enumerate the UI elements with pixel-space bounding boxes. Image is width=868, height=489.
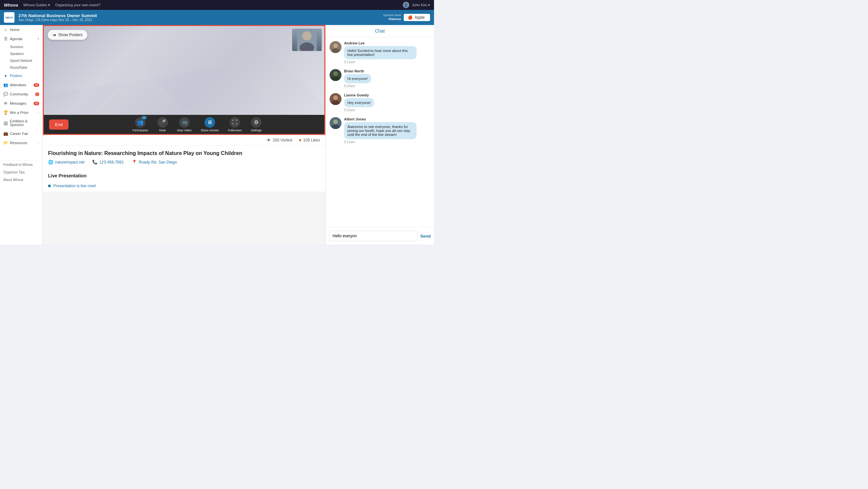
community-badge: 3 bbox=[35, 93, 39, 96]
sidebar-item-resources[interactable]: 📁 Resources › bbox=[0, 138, 42, 148]
sidebar-sub-sessions[interactable]: Sessions bbox=[0, 43, 42, 50]
sidebar-feedback-link[interactable]: Feedback to Whova bbox=[0, 161, 42, 168]
prize-icon: 🏆 bbox=[3, 110, 8, 115]
chat-message-3: Lianne Gowdy Hey everyone! 9:32am bbox=[330, 93, 430, 112]
share-screen-button[interactable]: 🖥 Share Screen bbox=[196, 116, 223, 133]
resources-icon: 📁 bbox=[3, 140, 8, 145]
sidebar-item-community[interactable]: 💬 Community 3 bbox=[0, 90, 42, 99]
sidebar-item-agenda[interactable]: ☰ Agenda ▾ bbox=[0, 34, 42, 43]
sponsor-logo[interactable]: 🍎 Apple bbox=[404, 14, 430, 21]
pip-person-avatar bbox=[292, 29, 322, 51]
stats-row: 👁 200 Visited ♥ 109 Likes bbox=[43, 135, 326, 146]
chat-avatar-albert bbox=[330, 117, 341, 129]
sidebar-item-career-fair[interactable]: 💼 Career Fair bbox=[0, 129, 42, 138]
send-message-button[interactable]: Send bbox=[420, 234, 431, 238]
whova-logo: Whova bbox=[4, 3, 18, 7]
chat-time-brian: 9:30am bbox=[344, 84, 430, 88]
sidebar: ⌂ Home ☰ Agenda ▾ Sessions Speakers Spee… bbox=[0, 25, 43, 244]
live-indicator: Presentation is live now! bbox=[43, 180, 326, 192]
heart-icon: ♥ bbox=[299, 137, 301, 143]
sidebar-sub-roundtable[interactable]: RoundTable bbox=[0, 64, 42, 71]
chat-msg-body-lianne: Lianne Gowdy Hey everyone! 9:32am bbox=[344, 93, 430, 112]
messages-badge: 49 bbox=[34, 102, 39, 105]
fullscreen-icon: ⛶ bbox=[232, 120, 238, 125]
visited-stat: 👁 200 Visited bbox=[267, 137, 292, 143]
messages-icon: ✉ bbox=[3, 101, 8, 106]
chat-message-2: Brian North Hi everyone! 9:30am bbox=[330, 69, 430, 88]
chat-bubble-andrew: Hello! Excited to hear more about this l… bbox=[344, 46, 416, 59]
sidebar-item-attendees[interactable]: 👥 Attendees 36 bbox=[0, 80, 42, 90]
poster-title: Flourishing in Nature: Researching Impac… bbox=[48, 151, 320, 156]
video-container: ➜ Show Posters End 👥 12 bbox=[43, 25, 326, 135]
svg-point-14 bbox=[333, 95, 338, 100]
sidebar-item-win-prize[interactable]: 🏆 Win a Prize › bbox=[0, 108, 42, 117]
participants-count-badge: 12 bbox=[141, 116, 147, 120]
sidebar-sub-speakers[interactable]: Speakers bbox=[0, 50, 42, 57]
chat-msg-body-andrew: Andrew Lee Hello! Excited to hear more a… bbox=[344, 41, 430, 64]
sidebar-bottom: Feedback to Whova Organizer Tips About W… bbox=[0, 161, 42, 184]
video-camera-icon: 📹 bbox=[181, 119, 188, 125]
agenda-icon: ☰ bbox=[3, 36, 8, 41]
user-avatar-small: 👤 bbox=[403, 2, 409, 8]
poster-website-link[interactable]: 🌐 natureimpact.net bbox=[48, 160, 84, 165]
chat-bubble-lianne: Hey everyone! bbox=[344, 98, 374, 107]
fullscreen-button[interactable]: ⛶ Fullscreen bbox=[224, 116, 246, 133]
end-call-button[interactable]: End bbox=[49, 120, 68, 130]
whova-guides-link[interactable]: Whova Guides ▾ bbox=[23, 3, 50, 7]
organizing-link[interactable]: Organizing your own event? bbox=[55, 3, 100, 7]
sidebar-item-messages[interactable]: ✉ Messages 49 bbox=[0, 99, 42, 108]
chat-avatar-lianne bbox=[330, 93, 341, 105]
apple-icon: 🍎 bbox=[408, 15, 412, 20]
chat-time-albert: 9:11am bbox=[344, 140, 430, 144]
chat-bubble-brian: Hi everyone! bbox=[344, 74, 371, 83]
mute-button[interactable]: 🎤 Mute bbox=[153, 116, 172, 133]
exhibitors-icon: 🏢 bbox=[3, 121, 8, 125]
sponsor-level: Sponsor level Platinum bbox=[383, 13, 401, 21]
share-screen-icon: 🖥 bbox=[207, 120, 212, 125]
sidebar-item-exhibitors[interactable]: 🏢 Exhibitors & Sponsors › bbox=[0, 117, 42, 129]
stop-video-button[interactable]: 📹 Stop Video bbox=[173, 116, 195, 133]
video-pip bbox=[292, 29, 322, 51]
video-controls-group: 👥 12 Participants 🎤 Mute bbox=[75, 116, 319, 133]
home-icon: ⌂ bbox=[3, 27, 8, 32]
career-icon: 💼 bbox=[3, 131, 8, 136]
event-subtitle: San Diego, CA (View map) Nov 29 – Dec 29… bbox=[19, 18, 379, 22]
poster-location-link[interactable]: 📍 Roady Rd, San Diego bbox=[132, 160, 177, 165]
chat-msg-body-albert: Albert Jones Awesome to see everyone, th… bbox=[344, 117, 430, 144]
video-main: ➜ Show Posters bbox=[44, 26, 324, 115]
content-area: ➜ Show Posters End 👥 12 bbox=[43, 25, 326, 244]
likes-stat[interactable]: ♥ 109 Likes bbox=[299, 137, 320, 143]
participants-icon: 👥 bbox=[137, 119, 144, 125]
chat-message-1: Andrew Lee Hello! Excited to hear more a… bbox=[330, 41, 430, 64]
sidebar-item-posters[interactable]: ● Posters bbox=[0, 71, 42, 80]
attendees-badge: 36 bbox=[34, 83, 39, 87]
chevron-right-prize-icon: › bbox=[38, 111, 39, 114]
chevron-down-icon: ▾ bbox=[37, 37, 39, 40]
chevron-right-exhibitors-icon: › bbox=[38, 122, 39, 125]
chat-msg-body-brian: Brian North Hi everyone! 9:30am bbox=[344, 69, 430, 88]
svg-point-17 bbox=[333, 120, 338, 124]
svg-point-5 bbox=[302, 31, 311, 40]
chat-panel: Chat Andrew Lee Hello! Excited to hear m… bbox=[326, 25, 434, 244]
sponsor-block: Sponsor level Platinum 🍎 Apple bbox=[383, 13, 430, 21]
show-posters-button[interactable]: ➜ Show Posters bbox=[48, 30, 87, 40]
sidebar-item-home[interactable]: ⌂ Home bbox=[0, 25, 42, 34]
chat-sender-brian: Brian North bbox=[344, 69, 430, 73]
sidebar-sub-speed-network[interactable]: Speed Network bbox=[0, 57, 42, 64]
attendees-icon: 👥 bbox=[3, 83, 8, 87]
chat-bubble-albert: Awesome to see everyone, thanks for join… bbox=[344, 122, 416, 139]
poster-phone-link[interactable]: 📞 123-456-7891 bbox=[92, 160, 124, 165]
top-navbar: Whova Whova Guides ▾ Organizing your own… bbox=[0, 0, 434, 10]
sidebar-about-link[interactable]: About Whova bbox=[0, 176, 42, 184]
sidebar-organizer-tips-link[interactable]: Organizer Tips bbox=[0, 168, 42, 176]
event-header: NBOS 27th National Business Owner Summit… bbox=[0, 10, 434, 25]
event-title: 27th National Business Owner Summit bbox=[19, 13, 379, 18]
location-pin-icon: 📍 bbox=[132, 160, 137, 165]
chat-messages-list: Andrew Lee Hello! Excited to hear more a… bbox=[326, 37, 434, 227]
svg-point-8 bbox=[333, 43, 338, 48]
settings-button[interactable]: ⚙ Settings bbox=[247, 116, 266, 133]
poster-links: 🌐 natureimpact.net 📞 123-456-7891 📍 Road… bbox=[48, 160, 320, 165]
participants-button[interactable]: 👥 12 Participants bbox=[129, 116, 152, 133]
user-name[interactable]: John Kim ▾ bbox=[412, 3, 430, 7]
chat-message-input[interactable] bbox=[329, 231, 417, 241]
